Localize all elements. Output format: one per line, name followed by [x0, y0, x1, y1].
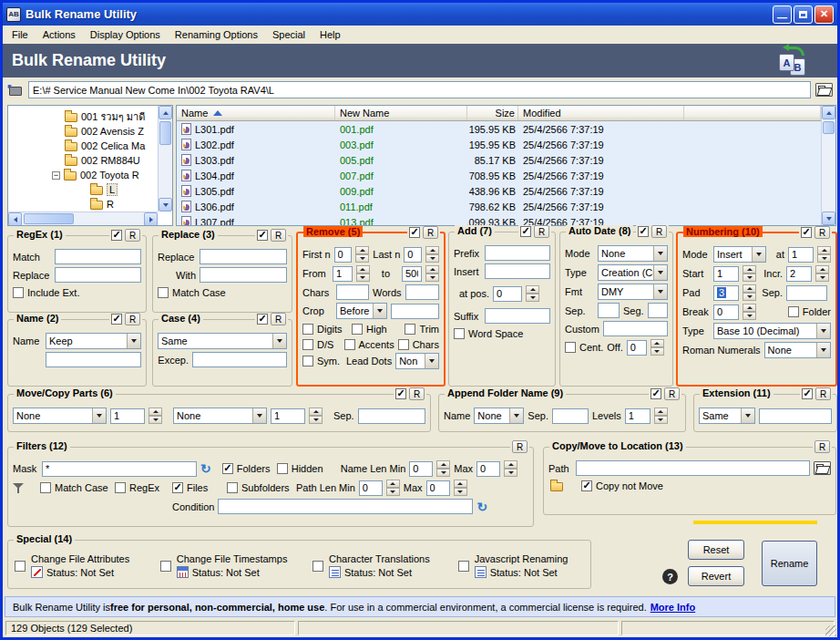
menu-renaming-options[interactable]: Renaming Options: [168, 27, 265, 42]
include-ext-checkbox[interactable]: [13, 287, 24, 298]
scroll-down-icon[interactable]: [159, 198, 172, 212]
trim-checkbox[interactable]: [405, 324, 415, 335]
prefix-input[interactable]: [485, 245, 550, 261]
name-len-max-input[interactable]: [476, 461, 500, 477]
add-enable-checkbox[interactable]: [520, 226, 531, 237]
sym-checkbox[interactable]: [302, 356, 313, 366]
levels-spinner[interactable]: [654, 408, 668, 424]
move-copy-reset-button[interactable]: R: [409, 387, 425, 400]
break-spinner[interactable]: [743, 304, 756, 320]
file-row[interactable]: L306.pdf 011.pdf 798.62 KB 25/4/2566 7:3…: [177, 199, 821, 214]
regex-enable-checkbox[interactable]: [111, 230, 122, 241]
rename-button[interactable]: Rename: [762, 541, 817, 586]
condition-input[interactable]: [218, 499, 473, 514]
menu-display-options[interactable]: Display Options: [83, 27, 168, 42]
file-row[interactable]: L302.pdf 003.pdf 195.95 KB 25/4/2566 7:3…: [177, 137, 821, 152]
date-custom-input[interactable]: [603, 321, 668, 336]
numbering-incr-input[interactable]: [786, 266, 812, 282]
move-from-spinner[interactable]: [149, 408, 162, 424]
location-path-input[interactable]: [576, 460, 810, 476]
resize-grip[interactable]: [825, 625, 836, 636]
folder-checkbox[interactable]: [788, 306, 799, 317]
subfolders-checkbox[interactable]: [227, 482, 238, 493]
path-len-min-spinner[interactable]: [386, 480, 400, 496]
move-from-select[interactable]: None: [13, 408, 107, 424]
numbering-mode-select[interactable]: Insert: [713, 246, 766, 263]
digits-checkbox[interactable]: [302, 324, 313, 335]
tree-vertical-scrollbar[interactable]: [158, 106, 172, 212]
move-sep-input[interactable]: [358, 408, 425, 424]
move-from-n-input[interactable]: [110, 408, 145, 424]
menu-special[interactable]: Special: [265, 27, 312, 42]
tree-item[interactable]: 002 Celica Ma: [8, 139, 158, 153]
auto-date-reset-button[interactable]: R: [651, 225, 667, 238]
browse-folder-icon[interactable]: [815, 83, 833, 97]
move-to-select[interactable]: None: [173, 408, 267, 424]
suffix-input[interactable]: [485, 308, 550, 324]
file-row[interactable]: L304.pdf 007.pdf 708.95 KB 25/4/2566 7:3…: [177, 168, 821, 183]
change-file-attributes-checkbox[interactable]: [15, 561, 26, 572]
case-mode-select[interactable]: Same: [158, 333, 287, 349]
add-reset-button[interactable]: R: [534, 225, 549, 238]
insert-input[interactable]: [485, 263, 550, 279]
name-len-min-spinner[interactable]: [436, 460, 450, 477]
case-enable-checkbox[interactable]: [257, 314, 268, 325]
scroll-up-icon[interactable]: [159, 106, 172, 119]
case-reset-button[interactable]: R: [271, 313, 286, 325]
numbering-break-input[interactable]: [713, 305, 739, 320]
move-to-n-input[interactable]: [271, 408, 305, 424]
minimize-button[interactable]: —: [773, 5, 792, 24]
up-folder-icon[interactable]: ↖: [7, 84, 24, 97]
tree-item-expanded[interactable]: −002 Toyota R: [8, 168, 158, 182]
refresh-icon[interactable]: ↻: [200, 462, 211, 475]
collapse-icon[interactable]: −: [52, 171, 60, 180]
file-row[interactable]: L305.pdf 009.pdf 438.96 KB 25/4/2566 7:3…: [177, 183, 821, 199]
file-row[interactable]: L307.pdf 013.pdf 1,099.93 KB 25/4/2566 7…: [177, 214, 821, 225]
remove-last-n-input[interactable]: [404, 247, 422, 263]
append-sep-input[interactable]: [552, 408, 589, 424]
copy-not-move-checkbox[interactable]: [581, 480, 592, 491]
path-len-min-input[interactable]: [359, 480, 383, 496]
column-header-size[interactable]: Size: [467, 106, 518, 120]
tree-item[interactable]: 002 Avensis Z: [8, 124, 158, 139]
regex-reset-button[interactable]: R: [125, 229, 140, 242]
reset-button[interactable]: Reset: [688, 540, 744, 560]
menu-file[interactable]: File: [5, 27, 36, 42]
extension-reset-button[interactable]: R: [815, 387, 831, 400]
auto-date-enable-checkbox[interactable]: [638, 226, 649, 237]
ds-checkbox[interactable]: [302, 339, 313, 350]
replace-input[interactable]: [200, 249, 287, 264]
tree-item[interactable]: R: [8, 197, 158, 212]
regex-replace-input[interactable]: [55, 267, 141, 283]
filter-regex-checkbox[interactable]: [115, 482, 126, 493]
file-row[interactable]: L303.pdf 005.pdf 85.17 KB 25/4/2566 7:37…: [177, 152, 821, 168]
numbering-start-input[interactable]: [713, 266, 739, 282]
accents-checkbox[interactable]: [344, 339, 355, 350]
incr-spinner[interactable]: [815, 265, 829, 282]
first-n-spinner[interactable]: [355, 246, 369, 263]
pad-spinner[interactable]: [743, 284, 756, 301]
refresh-icon[interactable]: ↻: [476, 501, 487, 513]
scrollbar-thumb[interactable]: [823, 121, 835, 134]
scroll-right-icon[interactable]: [144, 212, 158, 226]
remove-first-n-input[interactable]: [334, 247, 353, 263]
word-space-checkbox[interactable]: [454, 328, 465, 339]
file-attributes-icon[interactable]: [31, 566, 43, 578]
at-pos-spinner[interactable]: [526, 285, 539, 302]
numbering-pad-input[interactable]: 3: [713, 285, 739, 301]
remove-chars-input[interactable]: [336, 284, 369, 300]
date-type-select[interactable]: Creation (Cur: [598, 264, 668, 281]
help-icon[interactable]: ?: [662, 569, 678, 584]
character-translations-checkbox[interactable]: [312, 561, 323, 572]
off-spinner[interactable]: [650, 339, 664, 356]
revert-button[interactable]: Revert: [688, 566, 744, 586]
javascript-icon[interactable]: [475, 566, 487, 578]
numbering-at-input[interactable]: [788, 247, 814, 263]
path-len-max-input[interactable]: [426, 480, 450, 496]
replace-enable-checkbox[interactable]: [257, 230, 268, 241]
path-input[interactable]: [28, 81, 811, 98]
translations-icon[interactable]: [329, 566, 341, 578]
folders-checkbox[interactable]: [222, 463, 233, 474]
move-copy-enable-checkbox[interactable]: [395, 388, 406, 399]
chars-checkbox[interactable]: [398, 339, 409, 350]
